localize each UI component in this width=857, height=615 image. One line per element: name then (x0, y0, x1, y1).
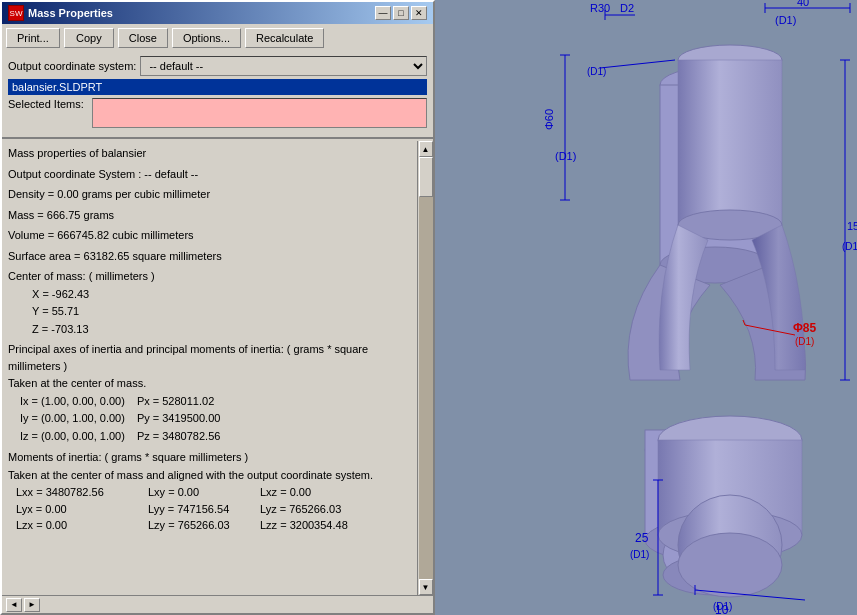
results-principal-rows: Ix = (1.00, 0.00, 0.00) Iy = (0.00, 1.00… (8, 393, 413, 446)
scroll-thumb[interactable] (419, 157, 433, 197)
results-lxy: Lxy = 0.00 (148, 484, 258, 501)
svg-text:(D1): (D1) (775, 14, 796, 26)
results-com-z: Z = -703.13 (8, 321, 413, 338)
coordinate-system-row: Output coordinate system: -- default -- (8, 56, 427, 76)
results-principal-right: Px = 528011.02 Py = 3419500.00 Pz = 3480… (129, 393, 221, 446)
maximize-button[interactable]: □ (393, 6, 409, 20)
mass-properties-dialog: SW Mass Properties — □ ✕ Print... Copy C… (0, 0, 435, 615)
results-com-label: Center of mass: ( millimeters ) (8, 268, 413, 285)
print-button[interactable]: Print... (6, 28, 60, 48)
model-area: R30 D2 40 (D1) Φ60 (D1) (435, 0, 857, 615)
results-container: Mass properties of balansier Output coor… (2, 141, 433, 595)
svg-text:D2: D2 (620, 2, 634, 14)
app-container: SW Mass Properties — □ ✕ Print... Copy C… (0, 0, 857, 615)
svg-point-30 (678, 533, 782, 597)
results-iy: Iy = (0.00, 1.00, 0.00) (8, 410, 125, 427)
results-volume-section: Volume = 666745.82 cubic millimeters (8, 227, 413, 244)
3d-model-svg: R30 D2 40 (D1) Φ60 (D1) (435, 0, 857, 615)
svg-text:150: 150 (847, 220, 857, 232)
divider (2, 137, 433, 139)
results-px: Px = 528011.02 (137, 393, 221, 410)
status-right-button[interactable]: ► (24, 598, 40, 612)
results-pz: Pz = 3480782.56 (137, 428, 221, 445)
dropdown-item: balansier.SLDPRT (12, 81, 102, 93)
scroll-down-button[interactable]: ▼ (419, 579, 433, 595)
svg-text:Φ60: Φ60 (543, 109, 555, 130)
results-mass-section: Mass = 666.75 grams (8, 207, 413, 224)
results-lzz: Lzz = 3200354.48 (260, 517, 413, 534)
status-left-button[interactable]: ◄ (6, 598, 22, 612)
selected-items-box (92, 98, 427, 128)
dialog-title: Mass Properties (28, 7, 113, 19)
results-ix: Ix = (1.00, 0.00, 0.00) (8, 393, 125, 410)
svg-text:(D1): (D1) (630, 549, 649, 560)
close-dialog-button[interactable]: Close (118, 28, 168, 48)
svg-rect-24 (678, 60, 782, 225)
options-button[interactable]: Options... (172, 28, 241, 48)
scroll-up-button[interactable]: ▲ (419, 141, 433, 157)
results-coord-section: Output coordinate System : -- default -- (8, 166, 413, 183)
results-lyy: Lyy = 747156.54 (148, 501, 258, 518)
results-moments-label: Moments of inertia: ( grams * square mil… (8, 449, 413, 466)
status-bar: ◄ ► (2, 595, 433, 613)
results-taken-at: Taken at the center of mass. (8, 375, 413, 392)
results-title-section: Mass properties of balansier (8, 145, 413, 162)
results-moments-row2: Lyx = 0.00 Lyy = 747156.54 Lyz = 765266.… (8, 501, 413, 518)
3d-viewport: R30 D2 40 (D1) Φ60 (D1) (435, 0, 857, 615)
coordinate-system-label: Output coordinate system: (8, 60, 136, 72)
results-lyx: Lyx = 0.00 (16, 501, 146, 518)
svg-text:40: 40 (797, 0, 809, 8)
results-density: Density = 0.00 grams per cubic millimete… (8, 186, 413, 203)
results-surface: Surface area = 63182.65 square millimete… (8, 248, 413, 265)
selected-items-row: Selected Items: (8, 98, 427, 128)
close-button[interactable]: ✕ (411, 6, 427, 20)
results-lxx: Lxx = 3480782.56 (16, 484, 146, 501)
results-title: Mass properties of balansier (8, 145, 413, 162)
results-coord: Output coordinate System : -- default -- (8, 166, 413, 183)
dropdown-list[interactable]: balansier.SLDPRT (8, 79, 427, 95)
results-moments-row1: Lxx = 3480782.56 Lxy = 0.00 Lxz = 0.00 (8, 484, 413, 501)
results-principal-left: Ix = (1.00, 0.00, 0.00) Iy = (0.00, 1.00… (8, 393, 125, 446)
results-py: Py = 3419500.00 (137, 410, 221, 427)
coordinate-system-select-container: -- default -- (140, 56, 427, 76)
app-icon: SW (8, 5, 24, 21)
svg-text:(D1): (D1) (842, 241, 857, 252)
results-principal-section: Principal axes of inertia and principal … (8, 341, 413, 445)
results-iz: Iz = (0.00, 0.00, 1.00) (8, 428, 125, 445)
form-area: Output coordinate system: -- default -- … (2, 52, 433, 135)
toolbar: Print... Copy Close Options... Recalcula… (2, 24, 433, 52)
results-lyz: Lyz = 765266.03 (260, 501, 413, 518)
status-arrows: ◄ ► (6, 598, 40, 612)
results-surface-section: Surface area = 63182.65 square millimete… (8, 248, 413, 265)
results-lzy: Lzy = 765266.03 (148, 517, 258, 534)
results-mass: Mass = 666.75 grams (8, 207, 413, 224)
scroll-track (419, 157, 433, 579)
results-com-section: Center of mass: ( millimeters ) X = -962… (8, 268, 413, 337)
results-com-x: X = -962.43 (8, 286, 413, 303)
scrollbar: ▲ ▼ (417, 141, 433, 595)
coordinate-system-select[interactable]: -- default -- (140, 56, 427, 76)
copy-button[interactable]: Copy (64, 28, 114, 48)
svg-text:25: 25 (635, 531, 649, 545)
results-moments-section: Moments of inertia: ( grams * square mil… (8, 449, 413, 534)
recalculate-button[interactable]: Recalculate (245, 28, 324, 48)
title-bar: SW Mass Properties — □ ✕ (2, 2, 433, 24)
results-moments-row3: Lzx = 0.00 Lzy = 765266.03 Lzz = 3200354… (8, 517, 413, 534)
svg-text:(D1): (D1) (795, 336, 814, 347)
results-principal-label: Principal axes of inertia and principal … (8, 341, 413, 374)
results-lxz: Lxz = 0.00 (260, 484, 413, 501)
svg-text:(D1): (D1) (713, 601, 732, 612)
minimize-button[interactable]: — (375, 6, 391, 20)
svg-text:(D1): (D1) (555, 150, 576, 162)
svg-text:R30: R30 (590, 2, 610, 14)
title-buttons: — □ ✕ (375, 6, 427, 20)
results-density-section: Density = 0.00 grams per cubic millimete… (8, 186, 413, 203)
svg-text:Φ85: Φ85 (793, 321, 817, 335)
results-com-y: Y = 55.71 (8, 303, 413, 320)
title-bar-left: SW Mass Properties (8, 5, 113, 21)
results-area: Mass properties of balansier Output coor… (2, 141, 433, 595)
results-moments-taken: Taken at the center of mass and aligned … (8, 467, 413, 484)
results-volume: Volume = 666745.82 cubic millimeters (8, 227, 413, 244)
results-lzx: Lzx = 0.00 (16, 517, 146, 534)
selected-items-label: Selected Items: (8, 98, 84, 110)
